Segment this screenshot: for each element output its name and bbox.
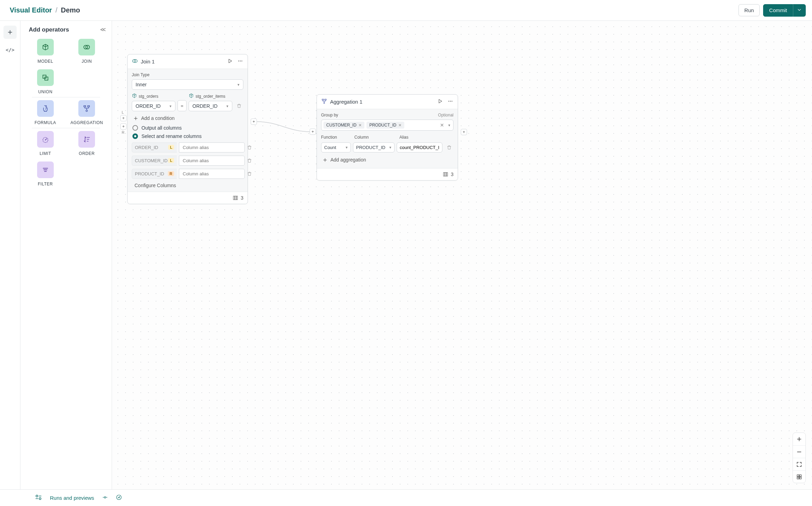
aggregation-output-port[interactable]: + <box>461 129 467 135</box>
svg-point-30 <box>36 495 38 497</box>
svg-point-19 <box>324 103 325 104</box>
column-alias-input[interactable] <box>179 169 245 179</box>
aggregation-node[interactable]: Aggregation 1 Group by Optional CUSTOMER… <box>317 94 458 181</box>
group-by-chip: PRODUCT_ID✕ <box>366 122 404 129</box>
column-alias-input[interactable] <box>179 156 245 166</box>
plus-icon <box>796 436 802 442</box>
svg-rect-15 <box>235 196 236 200</box>
plus-icon <box>322 157 328 163</box>
node-menu-button[interactable] <box>447 98 453 105</box>
svg-point-12 <box>240 61 241 61</box>
aggregation-icon <box>78 100 95 117</box>
join-type-select[interactable]: Inner ▾ <box>132 79 243 90</box>
code-view-button[interactable]: </> <box>6 47 14 53</box>
delete-column-button[interactable] <box>247 142 252 153</box>
output-all-radio[interactable]: Output all columns <box>132 125 243 131</box>
remove-chip-button[interactable]: ✕ <box>359 123 362 128</box>
delete-column-button[interactable] <box>247 168 252 179</box>
bottom-bar: Runs and previews <box>0 489 812 506</box>
zoom-out-button[interactable] <box>793 445 805 458</box>
trash-icon <box>447 145 452 150</box>
join-node[interactable]: Join 1 Join Type Inner ▾ <box>127 54 248 204</box>
header: Visual Editor / Demo Run Commit <box>0 0 812 21</box>
breadcrumb-app[interactable]: Visual Editor <box>10 6 52 14</box>
zoom-in-button[interactable] <box>793 433 805 445</box>
column-alias-input[interactable] <box>179 142 245 152</box>
commit-graph-button[interactable] <box>102 494 108 501</box>
operator-aggregation[interactable]: AGGREGATION <box>66 100 108 125</box>
operator-label: AGGREGATION <box>70 120 103 125</box>
limit-icon <box>37 131 54 148</box>
breadcrumb-separator: / <box>55 6 58 14</box>
operator-join[interactable]: JOIN <box>66 39 108 64</box>
canvas[interactable]: L + + R Join 1 <box>112 21 812 489</box>
select-rename-label: Select and rename columns <box>141 133 202 139</box>
chevron-down-icon: ▾ <box>170 104 172 108</box>
configure-columns-button[interactable]: Configure Columns <box>135 183 243 188</box>
order-icon <box>78 131 95 148</box>
join-input-port-l[interactable]: + <box>120 115 127 121</box>
output-all-label: Output all columns <box>141 125 182 131</box>
commit-button[interactable]: Commit <box>763 4 793 17</box>
columns-icon <box>442 171 449 177</box>
join-output-port[interactable]: + <box>251 119 257 125</box>
add-aggregation-button[interactable]: Add aggregation <box>322 157 453 163</box>
left-source-label: stg_orders <box>139 94 158 99</box>
zoom-fit-button[interactable] <box>793 458 805 470</box>
operator-formula[interactable]: FORMULA <box>25 100 66 125</box>
breadcrumb-page[interactable]: Demo <box>61 6 80 14</box>
join-input-port-l-label: L <box>122 110 124 114</box>
delete-aggregation-button[interactable] <box>444 142 453 153</box>
add-condition-button[interactable]: Add a condition <box>133 115 243 121</box>
operator-union[interactable]: UNION <box>25 69 66 94</box>
right-column-select[interactable]: ORDER_ID ▾ <box>189 101 232 111</box>
select-rename-radio[interactable]: Select and rename columns <box>132 133 243 139</box>
left-column-select[interactable]: ORDER_ID ▾ <box>132 101 175 111</box>
operator-limit[interactable]: LIMIT <box>25 131 66 156</box>
header-actions: Run Commit <box>738 4 806 17</box>
add-panel-button[interactable] <box>3 26 17 39</box>
condition-operator[interactable]: = <box>178 100 187 111</box>
alias-input[interactable] <box>397 142 442 152</box>
agg-column-select[interactable]: PRODUCT_ID ▾ <box>353 142 395 152</box>
delete-condition-button[interactable] <box>234 100 243 111</box>
operator-model[interactable]: MODEL <box>25 39 66 64</box>
runs-previews-button[interactable]: Runs and previews <box>50 495 94 501</box>
commit-dropdown-button[interactable] <box>793 4 806 17</box>
column-row: PRODUCT_IDR <box>132 168 243 179</box>
compass-button[interactable] <box>116 494 122 501</box>
zoom-panel <box>793 433 806 483</box>
more-icon <box>237 58 243 64</box>
function-header: Function <box>321 135 351 140</box>
function-select[interactable]: Count ▾ <box>321 142 351 152</box>
svg-point-20 <box>448 101 449 102</box>
svg-rect-17 <box>322 99 324 100</box>
svg-rect-24 <box>445 173 447 176</box>
zoom-grid-button[interactable] <box>793 470 805 483</box>
operator-filter[interactable]: FILTER <box>25 162 66 186</box>
remove-chip-button[interactable]: ✕ <box>398 123 401 128</box>
column-name: PRODUCT_IDR <box>132 169 177 179</box>
svg-point-22 <box>451 101 452 102</box>
collapse-sidebar-button[interactable]: << <box>100 27 105 33</box>
chevron-down-icon[interactable]: ▾ <box>448 123 451 128</box>
node-menu-button[interactable] <box>237 58 243 65</box>
join-input-port-r[interactable]: + <box>120 123 127 130</box>
run-button[interactable]: Run <box>738 4 760 16</box>
run-node-button[interactable] <box>227 58 233 65</box>
group-by-input[interactable]: CUSTOMER_ID✕PRODUCT_ID✕ ✕ ▾ <box>321 120 453 131</box>
join-type-label: Join Type <box>132 72 243 77</box>
svg-rect-23 <box>443 173 445 176</box>
svg-point-31 <box>39 498 41 500</box>
aggregation-input-port[interactable]: + <box>310 129 316 135</box>
alias-header: Alias <box>399 135 453 140</box>
operator-label: ORDER <box>79 151 95 156</box>
operator-order[interactable]: ORDER <box>66 131 108 156</box>
delete-column-button[interactable] <box>247 155 252 166</box>
svg-point-6 <box>86 110 88 112</box>
operator-label: MODEL <box>37 59 53 64</box>
chevron-down-icon: ▾ <box>346 145 348 150</box>
clear-chips-button[interactable]: ✕ <box>439 122 446 128</box>
run-node-button[interactable] <box>437 98 443 105</box>
operator-label: UNION <box>38 89 52 94</box>
